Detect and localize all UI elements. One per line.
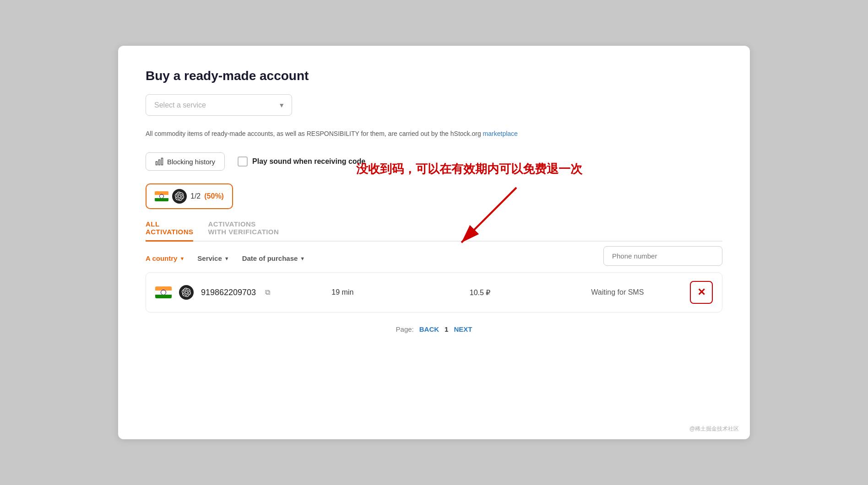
sound-toggle-label: Play sound when receiving code — [252, 157, 365, 166]
marketplace-link[interactable]: marketplace — [483, 130, 518, 137]
svg-rect-1 — [159, 160, 160, 165]
content-area: A country ▼ Service ▼ Date of purchase ▼ — [146, 253, 722, 313]
india-flag-icon — [155, 286, 172, 298]
service-select-wrapper: Select a service ▼ — [146, 94, 292, 116]
chart-icon — [155, 157, 163, 166]
openai-svg — [175, 192, 184, 201]
phone-number-text: 919862209703 — [201, 288, 256, 297]
info-text: All commodity items of ready-made accoun… — [146, 129, 722, 139]
cancel-activation-button[interactable]: ✕ — [690, 281, 713, 304]
main-card: Buy a ready-made account Select a servic… — [118, 46, 750, 439]
account-badge: 1/2 (50%) — [146, 183, 233, 209]
activation-time: 19 min — [277, 288, 407, 296]
filter-row: A country ▼ Service ▼ Date of purchase ▼ — [146, 253, 722, 264]
badge-percent: (50%) — [204, 192, 224, 200]
pagination-label: Page: — [396, 325, 414, 333]
india-flag-badge — [155, 191, 168, 201]
pagination-next[interactable]: NEXT — [454, 325, 472, 333]
chevron-down-icon: ▼ — [224, 256, 229, 261]
tab-activations-verification[interactable]: ACTIVATIONS WITH VERIFICATION — [208, 216, 279, 242]
filter-country-button[interactable]: A country ▼ — [146, 253, 184, 264]
phone-number-input[interactable] — [603, 246, 722, 266]
chevron-down-icon: ▼ — [300, 256, 305, 261]
service-select[interactable]: Select a service — [146, 94, 292, 116]
svg-rect-2 — [162, 158, 163, 165]
filter-date-button[interactable]: Date of purchase ▼ — [242, 253, 305, 264]
activation-row: 919862209703 ⧉ 19 min 10.5 ₽ Waiting for… — [146, 272, 722, 313]
openai-service-svg — [182, 288, 191, 297]
activation-price: 10.5 ₽ — [415, 288, 545, 297]
pagination-back[interactable]: BACK — [419, 325, 439, 333]
tabs-row: ALL ACTIVATIONS ACTIVATIONS WITH VERIFIC… — [146, 216, 722, 242]
openai-service-icon — [179, 285, 194, 300]
blocking-history-button[interactable]: Blocking history — [146, 152, 225, 171]
openai-icon-badge — [172, 189, 187, 204]
copy-icon[interactable]: ⧉ — [265, 288, 270, 296]
tab-all-activations[interactable]: ALL ACTIVATIONS — [146, 216, 193, 242]
filter-service-button[interactable]: Service ▼ — [197, 253, 229, 264]
activation-status: Waiting for SMS — [553, 288, 683, 296]
pagination-current: 1 — [445, 325, 448, 333]
chevron-down-icon: ▼ — [179, 256, 184, 261]
sound-checkbox[interactable] — [238, 156, 248, 167]
pagination-row: Page: BACK 1 NEXT — [146, 325, 722, 333]
sound-toggle-row: Play sound when receiving code — [238, 156, 365, 167]
page-title: Buy a ready-made account — [146, 69, 722, 83]
svg-rect-0 — [156, 162, 157, 165]
badge-fraction: 1/2 — [190, 192, 201, 200]
watermark: @稀土掘金技术社区 — [689, 425, 739, 433]
toolbar-row: Blocking history Play sound when receivi… — [146, 152, 722, 171]
